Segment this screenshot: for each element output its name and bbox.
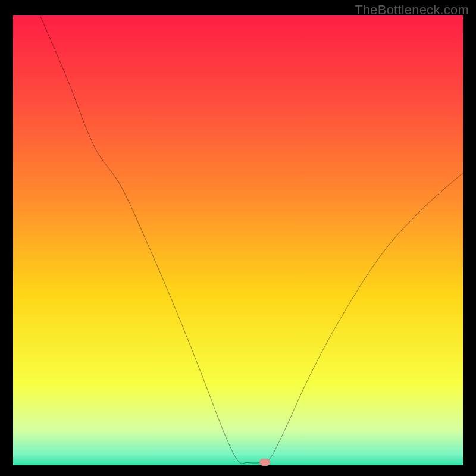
optimal-point-marker <box>259 459 270 466</box>
chart-gradient-background <box>13 15 463 465</box>
watermark-text: TheBottleneck.com <box>355 2 469 18</box>
bottleneck-chart <box>13 15 463 465</box>
chart-frame: TheBottleneck.com <box>0 0 476 476</box>
